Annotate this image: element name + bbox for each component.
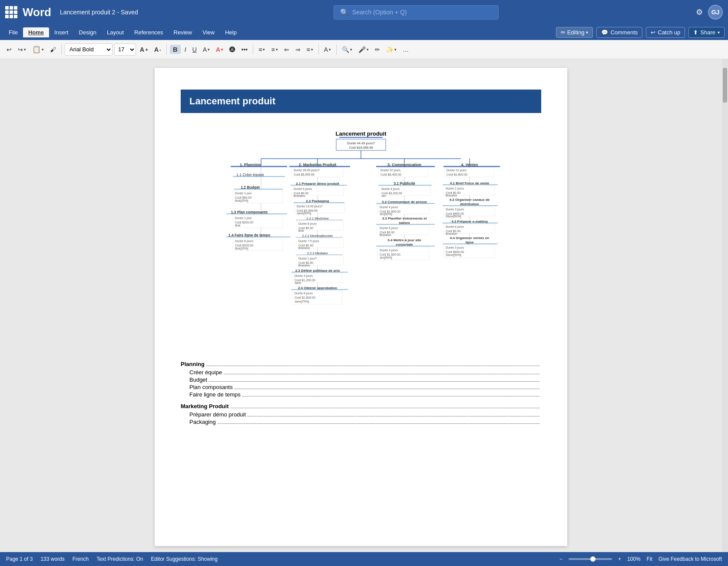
- svg-text:Durée 7.5 jours: Durée 7.5 jours: [298, 240, 319, 243]
- undo-button[interactable]: ↩: [4, 45, 14, 54]
- toolbar-separator-5: [336, 44, 337, 55]
- word-count: 133 words: [40, 556, 64, 562]
- align-button[interactable]: ≡ ▾: [304, 45, 315, 54]
- toc-creer-equipe-label: Créer équipe: [189, 369, 222, 376]
- search-input[interactable]: [352, 9, 492, 16]
- tab-file[interactable]: File: [3, 27, 23, 37]
- svg-text:Durée 44.49 jours?: Durée 44.49 jours?: [347, 141, 375, 145]
- share-button[interactable]: ⬆ Share ▾: [688, 27, 725, 38]
- svg-text:Coût  $1,800.00: Coût $1,800.00: [447, 173, 467, 176]
- toolbar-separator-4: [318, 44, 319, 55]
- document-area: Lancement produit Lancement produit Duré…: [0, 59, 728, 552]
- zoom-plus-button[interactable]: +: [618, 556, 621, 562]
- toc-packaging: Packaging: [181, 419, 541, 425]
- tab-references[interactable]: References: [129, 27, 168, 37]
- feedback-button[interactable]: Give Feedback to Microsoft: [659, 556, 722, 562]
- toc-packaging-label: Packaging: [189, 419, 216, 425]
- toolbar-separator-2: [166, 44, 167, 55]
- find-button[interactable]: 🔍 ▾: [340, 45, 354, 54]
- svg-text:Brandon: Brandon: [446, 232, 457, 235]
- clear-format-button[interactable]: 🅐: [227, 45, 238, 54]
- comments-button[interactable]: 💬 Comments: [596, 27, 642, 38]
- font-color-button[interactable]: A▾: [214, 45, 225, 54]
- ribbon-tabs: File Home Insert Design Layout Reference…: [0, 24, 728, 40]
- bold-button[interactable]: B: [170, 45, 181, 54]
- title-bar: Word Lancement produit 2 - Saved 🔍 ⚙ GJ: [0, 0, 728, 24]
- shrink-font-button[interactable]: A-: [152, 45, 163, 54]
- waffle-icon[interactable]: [5, 6, 17, 18]
- more-toolbar-button[interactable]: …: [400, 45, 411, 54]
- styles-button[interactable]: A▾: [322, 45, 333, 54]
- rewrite-button[interactable]: ✨ ▾: [384, 45, 399, 54]
- search-bar[interactable]: 🔍: [334, 5, 499, 20]
- toc-dots: [248, 416, 539, 416]
- editor-suggestions: Editor Suggestions: Showing: [151, 556, 218, 562]
- paste-button[interactable]: 📋 ▾: [30, 44, 46, 55]
- search-icon: 🔍: [340, 8, 349, 17]
- font-family-select[interactable]: Arial Bold: [65, 43, 113, 56]
- outdent-button[interactable]: ⇐: [282, 45, 291, 54]
- scrollbar-thumb[interactable]: [723, 68, 727, 103]
- svg-text:Durée 4 jours: Durée 4 jours: [380, 206, 398, 209]
- tab-layout[interactable]: Layout: [102, 27, 129, 37]
- toc-budget-label: Budget: [189, 376, 207, 383]
- dictate-button[interactable]: 🎤 ▾: [356, 45, 371, 54]
- tab-review[interactable]: Review: [169, 27, 198, 37]
- indent-button[interactable]: ⇒: [293, 45, 303, 54]
- highlight-button[interactable]: A▾: [201, 45, 212, 54]
- share-icon: ⬆: [693, 29, 698, 36]
- settings-button[interactable]: ⚙: [694, 6, 705, 19]
- zoom-level[interactable]: 100%: [627, 556, 641, 562]
- vertical-scrollbar[interactable]: [722, 59, 728, 552]
- toc-plan-composants-label: Plan composants: [189, 384, 233, 390]
- toc-preparer-demo: Préparer démo produit: [181, 411, 541, 418]
- underline-button[interactable]: U: [190, 45, 199, 54]
- toc-dots: [224, 374, 539, 374]
- left-ruler: [0, 59, 13, 552]
- svg-text:Bob[20%]: Bob[20%]: [235, 247, 248, 250]
- zoom-minus-button[interactable]: −: [559, 556, 563, 562]
- right-margin: [709, 59, 722, 552]
- svg-text:Coût  $900.00: Coût $900.00: [446, 250, 464, 253]
- status-bar: Page 1 of 3 133 words French Text Predic…: [0, 552, 728, 566]
- tab-insert[interactable]: Insert: [49, 27, 74, 37]
- tab-view[interactable]: View: [197, 27, 220, 37]
- doc-title: Lancement produit 2 - Saved: [60, 9, 138, 16]
- tab-help[interactable]: Help: [220, 27, 242, 37]
- toc-plan-composants: Plan composants: [181, 384, 541, 390]
- mindmap-diagram: Lancement produit Durée 44.49 jours? Coû…: [183, 126, 539, 348]
- redo-button[interactable]: ↪ ▾: [16, 45, 28, 54]
- document-content[interactable]: Lancement produit Lancement produit Duré…: [13, 59, 709, 552]
- svg-text:4.2  Organiser canaux de: 4.2 Organiser canaux de: [450, 198, 490, 202]
- avatar[interactable]: GJ: [708, 5, 723, 20]
- numbering-button[interactable]: ≡ ▾: [269, 45, 280, 54]
- svg-text:Steve[50%]: Steve[50%]: [446, 253, 461, 257]
- toc-preparer-demo-label: Préparer démo produit: [189, 411, 246, 418]
- svg-text:Durée 4 jours: Durée 4 jours: [380, 249, 398, 252]
- svg-text:Brandon: Brandon: [380, 233, 391, 236]
- bullets-button[interactable]: ≡ ▾: [256, 45, 267, 54]
- editing-button[interactable]: ✏ Editing ▾: [556, 27, 593, 38]
- svg-text:Lancement produit: Lancement produit: [335, 130, 387, 137]
- svg-text:Bob: Bob: [298, 229, 304, 232]
- tab-home[interactable]: Home: [23, 27, 49, 37]
- italic-button[interactable]: I: [182, 45, 189, 54]
- toc-dots: [231, 408, 539, 408]
- svg-text:Durée 6 jours: Durée 6 jours: [294, 187, 312, 191]
- editor-button[interactable]: ✏: [373, 45, 382, 54]
- fit-button[interactable]: Fit: [647, 556, 652, 562]
- more-format-button[interactable]: •••: [239, 45, 250, 54]
- tab-design[interactable]: Design: [74, 27, 102, 37]
- text-predictions: Text Predictions: On: [96, 556, 143, 562]
- svg-text:Durée 37 jours: Durée 37 jours: [381, 169, 400, 172]
- format-painter-button[interactable]: 🖌: [48, 45, 58, 54]
- grow-font-button[interactable]: A+: [138, 45, 150, 54]
- toc-marketing: Marketing Produit: [181, 403, 541, 410]
- svg-text:Coût  $60.00: Coût $60.00: [235, 196, 251, 199]
- catchup-button[interactable]: ↩ Catch up: [646, 27, 685, 38]
- zoom-slider[interactable]: [569, 558, 612, 560]
- comments-icon: 💬: [601, 29, 608, 36]
- svg-text:Coût  $320.00: Coût $320.00: [235, 244, 253, 247]
- font-size-select[interactable]: 17: [114, 43, 136, 56]
- svg-text:Durée  1 jour: Durée 1 jour: [235, 216, 252, 220]
